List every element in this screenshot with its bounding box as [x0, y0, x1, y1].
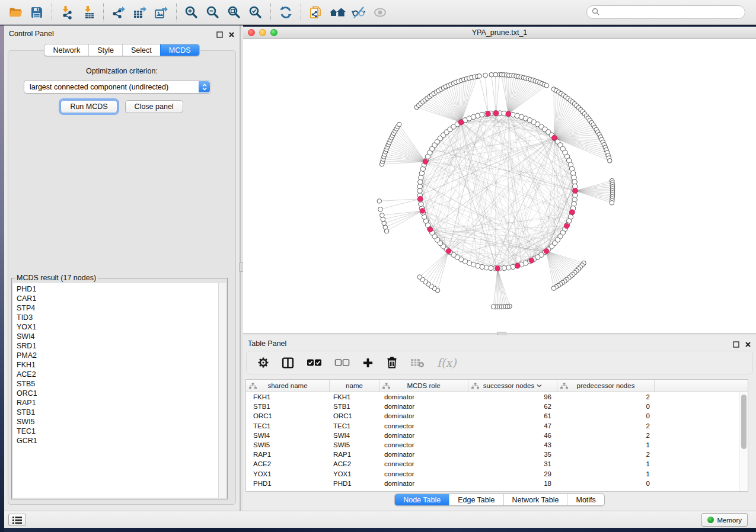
table-cell: 0 — [557, 412, 655, 419]
open-session-button[interactable] — [5, 2, 26, 23]
table-cell: ORC1 — [330, 412, 379, 419]
clear-all-checkboxes-button[interactable] — [334, 358, 350, 367]
run-mcds-button[interactable]: Run MCDS — [60, 100, 117, 113]
zoom-in-button[interactable] — [181, 2, 202, 23]
mcds-result-item[interactable]: FKH1 — [13, 360, 218, 370]
table-panel-title: Table Panel — [248, 339, 286, 348]
close-panel-button[interactable]: Close panel — [125, 100, 183, 113]
delete-column-button[interactable] — [386, 356, 398, 369]
zoom-out-button[interactable] — [202, 2, 224, 23]
mcds-result-item[interactable]: GCR1 — [13, 436, 218, 446]
mcds-result-item[interactable]: STB5 — [13, 379, 218, 389]
zoom-selected-button[interactable] — [245, 2, 266, 23]
close-panel-icon[interactable] — [228, 30, 235, 40]
network-documents-button[interactable] — [305, 2, 327, 23]
column-header-predecessor-nodes[interactable]: predecessor nodes — [557, 380, 655, 392]
memory-button[interactable]: Memory — [701, 513, 748, 527]
export-network-button[interactable] — [108, 2, 129, 23]
table-row[interactable]: YOX1YOX1connector291 — [246, 469, 739, 479]
mcds-result-item[interactable]: ORC1 — [13, 389, 218, 398]
search-input[interactable] — [602, 7, 745, 18]
tab-network-table[interactable]: Network Table — [503, 494, 567, 505]
mcds-result-item[interactable]: YOX1 — [13, 322, 218, 332]
column-header-MCDS-role[interactable]: MCDS role — [379, 380, 468, 392]
table-cell: TEC1 — [246, 422, 330, 430]
tab-mcds[interactable]: MCDS — [160, 44, 199, 56]
float-table-panel-icon[interactable] — [733, 339, 739, 350]
zoom-fit-button[interactable] — [224, 2, 245, 23]
mcds-list-scrollbar[interactable] — [219, 283, 226, 498]
node-table-body: FKH1FKH1dominator962STB1STB1dominator620… — [246, 392, 739, 491]
network-window-titlebar[interactable]: YPA_prune.txt_1 — [243, 27, 756, 39]
network-graph[interactable] — [243, 39, 756, 333]
table-row[interactable]: SWI5SWI5connector431 — [246, 440, 739, 450]
export-table-button[interactable] — [129, 2, 151, 23]
task-history-button[interactable] — [8, 514, 26, 526]
table-scrollbar[interactable] — [739, 392, 748, 491]
import-table-icon — [81, 5, 95, 20]
mcds-result-item[interactable]: PMA2 — [13, 351, 218, 360]
export-image-button[interactable] — [151, 2, 172, 23]
mcds-result-item[interactable]: ACE2 — [13, 370, 218, 379]
table-row[interactable]: TEC1TEC1connector472 — [246, 421, 739, 431]
mcds-result-item[interactable]: RAP1 — [13, 398, 218, 408]
table-cell: 61 — [468, 412, 557, 419]
mcds-result-item[interactable]: SRD1 — [13, 341, 218, 351]
table-row[interactable]: ACE2ACE2connector311 — [246, 459, 739, 469]
table-row[interactable]: PHD1PHD1dominator180 — [246, 479, 739, 488]
tab-edge-table[interactable]: Edge Table — [449, 494, 503, 505]
tab-select[interactable]: Select — [122, 44, 160, 56]
table-row[interactable]: FKH1FKH1dominator962 — [246, 392, 739, 402]
function-builder-button: f(x) — [437, 356, 457, 369]
add-column-button[interactable] — [362, 357, 374, 368]
mcds-result-item[interactable]: STB1 — [13, 408, 218, 417]
toggle-panes-icon — [282, 357, 294, 369]
column-header-successor-nodes[interactable]: successor nodes — [468, 380, 557, 392]
table-row[interactable]: RAP1RAP1dominator352 — [246, 450, 739, 459]
network-window-title: YPA_prune.txt_1 — [243, 28, 756, 37]
table-row[interactable]: SWI4SWI4dominator462 — [246, 431, 739, 440]
tab-node-table[interactable]: Node Table — [395, 494, 449, 505]
mcds-result-item[interactable]: SWI4 — [13, 332, 218, 341]
table-cell: connector — [379, 460, 468, 467]
import-table-button[interactable] — [78, 2, 99, 23]
table-settings-button[interactable] — [257, 357, 269, 368]
select-all-checkboxes-button[interactable] — [307, 358, 322, 367]
mcds-result-list[interactable]: PHD1CAR1STP4TID3YOX1SWI4SRD1PMA2FKH1ACE2… — [13, 283, 219, 498]
mcds-result-item[interactable]: SWI5 — [13, 417, 218, 427]
table-cell: 96 — [468, 393, 557, 400]
search-box[interactable] — [586, 5, 745, 19]
mcds-result-item[interactable]: TEC1 — [13, 427, 218, 436]
column-label: name — [346, 382, 363, 389]
mcds-result-item[interactable]: CAR1 — [13, 294, 218, 303]
network-documents-icon — [309, 5, 323, 20]
home-button[interactable] — [327, 2, 348, 23]
table-cell: STB1 — [246, 403, 330, 410]
mcds-result-item[interactable]: TID3 — [13, 313, 218, 322]
tab-motifs[interactable]: Motifs — [567, 494, 604, 505]
import-network-button[interactable] — [56, 2, 78, 23]
mcds-result-item[interactable]: PHD1 — [13, 284, 218, 294]
table-cell: dominator — [379, 403, 468, 410]
list-icon — [12, 517, 22, 524]
tab-style[interactable]: Style — [88, 44, 122, 56]
table-cell: 18 — [468, 480, 557, 487]
column-header-shared-name[interactable]: shared name — [246, 380, 330, 392]
refresh-view-button[interactable] — [275, 2, 296, 23]
table-cell: 0 — [557, 480, 655, 487]
float-panel-icon[interactable] — [216, 30, 223, 40]
column-header-name[interactable]: name — [330, 380, 379, 392]
optimization-criterion-select[interactable]: largest connected component (undirected) — [24, 80, 211, 94]
table-scrollbar-thumb[interactable] — [741, 395, 747, 449]
table-row[interactable]: ORC1ORC1dominator610 — [246, 411, 739, 421]
birdseye-view-button — [369, 2, 391, 23]
close-table-panel-icon[interactable] — [745, 339, 751, 350]
table-cell: dominator — [379, 480, 468, 487]
table-row[interactable]: STB1STB1dominator620 — [246, 402, 739, 411]
network-canvas[interactable] — [243, 39, 756, 333]
save-session-button[interactable] — [26, 2, 47, 23]
hide-graphics-details-button[interactable] — [348, 2, 369, 23]
tab-network[interactable]: Network — [44, 44, 88, 56]
toggle-panes-button[interactable] — [282, 357, 294, 369]
mcds-result-item[interactable]: STP4 — [13, 303, 218, 313]
